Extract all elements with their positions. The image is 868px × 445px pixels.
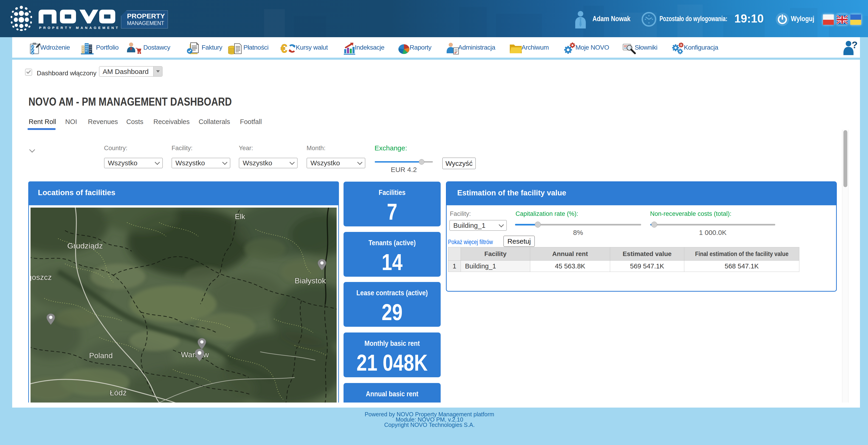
svg-text:Poland: Poland bbox=[89, 351, 113, 360]
svg-text:?: ? bbox=[852, 40, 857, 50]
svg-text:Grudziądz: Grudziądz bbox=[67, 241, 103, 250]
svg-text:Elk: Elk bbox=[235, 213, 245, 221]
svg-text:€: € bbox=[281, 42, 287, 55]
svg-text:Łódź: Łódź bbox=[110, 388, 127, 397]
svg-text:Warsaw: Warsaw bbox=[181, 350, 209, 359]
svg-text:Bydgoszcz: Bydgoszcz bbox=[31, 273, 52, 282]
svg-text:Białystok: Białystok bbox=[294, 276, 326, 285]
